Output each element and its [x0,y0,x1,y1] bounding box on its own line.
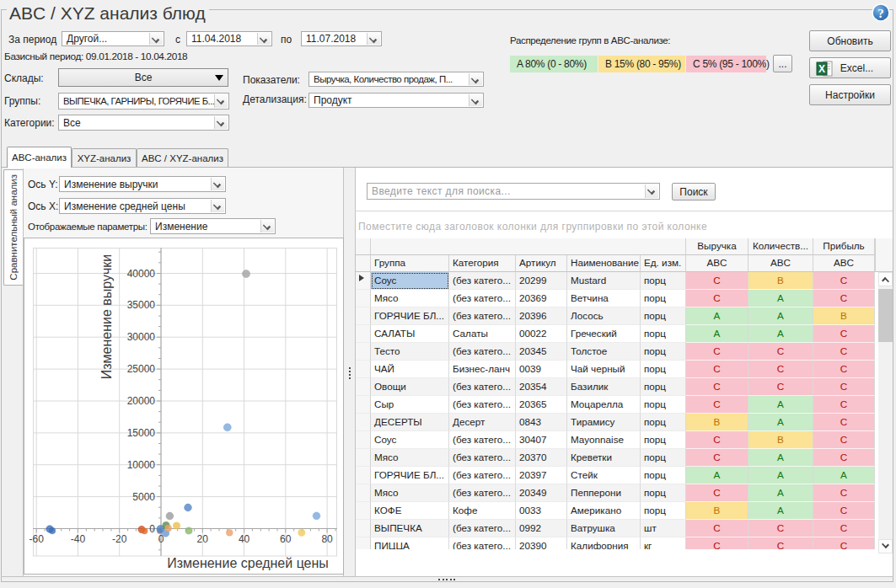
svg-text:X: X [818,63,825,75]
svg-text:Изменение средней цены: Изменение средней цены [167,556,329,570]
svg-text:0: 0 [149,523,155,535]
svg-text:?: ? [877,7,884,20]
svg-text:Изменение выручки: Изменение выручки [99,254,114,380]
svg-text:5000: 5000 [132,491,155,503]
svg-text:60: 60 [280,533,292,545]
svg-text:35000: 35000 [127,299,156,311]
svg-text:-20: -20 [112,533,127,545]
svg-text:40000: 40000 [127,268,156,280]
svg-text:-60: -60 [30,533,45,545]
svg-text:20000: 20000 [127,395,156,407]
svg-text:-40: -40 [71,533,86,545]
svg-text:30000: 30000 [127,331,156,343]
svg-text:25000: 25000 [127,363,156,375]
svg-text:20: 20 [197,533,209,545]
svg-text:40: 40 [239,533,250,545]
svg-text:15000: 15000 [127,427,156,439]
svg-text:80: 80 [321,533,333,545]
svg-text:10000: 10000 [127,459,156,471]
